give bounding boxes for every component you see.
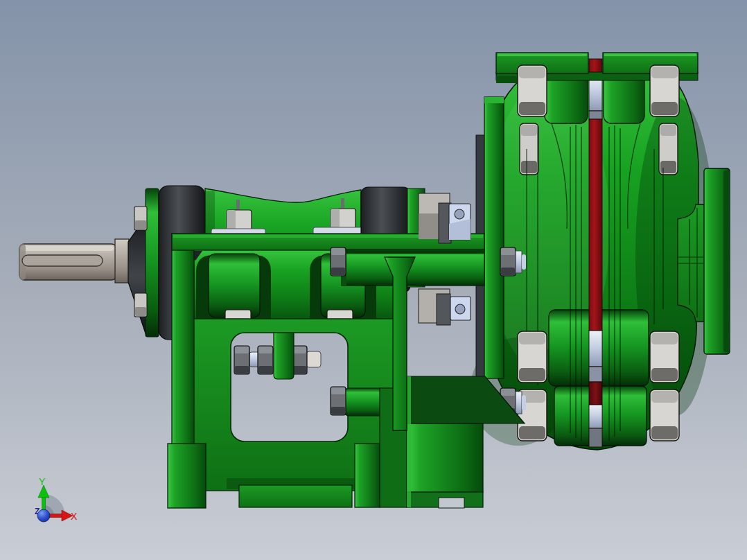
- slot-boss: [209, 254, 260, 317]
- pump-model-render[interactable]: Z Y X: [0, 0, 747, 560]
- gasket-segment: [589, 119, 602, 331]
- backplate-top-cap: [484, 97, 504, 103]
- cylinder-top-seam: [342, 250, 484, 254]
- cad-viewport[interactable]: Z Y X: [0, 0, 747, 560]
- foot-left: [168, 444, 206, 508]
- rod-end: [306, 351, 321, 367]
- casing-hex-nut[interactable]: [518, 331, 547, 383]
- shaft-collar: [115, 239, 129, 283]
- backplate-stud-nut: [500, 247, 516, 276]
- gland-hole: [455, 209, 464, 219]
- grease-fitting-top: [134, 207, 147, 230]
- shaft-highlight: [21, 246, 114, 251]
- shaft-sleeve-cylinder: [342, 250, 484, 286]
- gland-plate-upper: [449, 204, 471, 240]
- sleeve-nut: [331, 247, 346, 276]
- axis-x-label: X: [71, 511, 78, 522]
- stud-sleeve: [589, 405, 602, 428]
- gasket-segment: [589, 382, 602, 405]
- flange-highlight: [604, 53, 696, 56]
- stud-tip: [522, 395, 526, 410]
- base-front: [239, 485, 352, 507]
- cover-wedge: [437, 294, 450, 325]
- stud-tip: [522, 254, 526, 270]
- casing-hex-nut[interactable]: [518, 65, 547, 116]
- rod-bracket-tab: [274, 333, 294, 379]
- casing-nut-partial: [659, 123, 678, 175]
- frame-upright: [172, 234, 194, 445]
- axis-y-label: Y: [39, 476, 46, 487]
- side-boss-nut: [331, 387, 346, 415]
- foot-right: [355, 444, 380, 507]
- stud-spacer: [589, 111, 602, 119]
- bolt-facet: [331, 209, 340, 229]
- stud-spacer: [589, 367, 602, 382]
- casing-hex-nut[interactable]: [650, 331, 679, 383]
- gland-hole: [455, 304, 465, 314]
- stud-sleeve: [589, 331, 602, 367]
- pedestal-notch: [439, 498, 464, 508]
- backplate-edge: [484, 97, 504, 378]
- stud-washer: [516, 392, 522, 414]
- rod-nut: [234, 346, 249, 374]
- bolt-facet: [227, 210, 236, 230]
- housing-end-ring: [146, 189, 159, 337]
- grease-fitting-bottom: [134, 293, 147, 317]
- axis-origin-sphere: [37, 509, 50, 522]
- shaft-keyway: [22, 255, 103, 266]
- flange-highlight: [498, 53, 587, 56]
- suction-flange-edge: [723, 170, 730, 352]
- pedestal-front: [407, 423, 483, 492]
- casing-nut-partial: [520, 123, 538, 175]
- gasket-parting-line[interactable]: [589, 59, 602, 447]
- pedestal-edge-highlight: [407, 376, 411, 507]
- casing-hex-nut[interactable]: [650, 390, 679, 441]
- drive-shaft[interactable]: [19, 239, 129, 283]
- stud-washer: [516, 251, 522, 273]
- stud-spacer: [589, 428, 602, 447]
- gland-plate-lower: [450, 297, 471, 320]
- rod-nut: [258, 346, 273, 374]
- casing-hex-nut[interactable]: [650, 65, 679, 116]
- end-cover-step: [419, 213, 439, 239]
